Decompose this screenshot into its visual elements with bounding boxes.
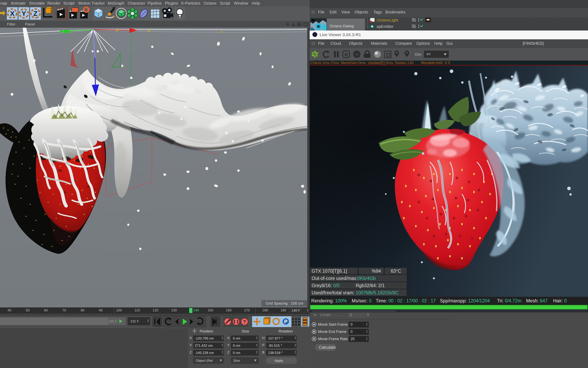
svg-text:130: 130 [171,308,177,312]
svg-text:M: M [406,52,408,54]
svg-text:Movie Frame Rate: Movie Frame Rate [318,337,348,341]
svg-text:Z: Z [190,350,192,354]
svg-text:100: 100 [116,308,122,312]
svg-text:60: 60 [44,308,48,312]
svg-text:Y: Y [190,343,192,347]
svg-text:Spp/maxspp: 1204/1204: Spp/maxspp: 1204/1204 [440,298,490,304]
svg-text:Movie End Frame: Movie End Frame [318,330,347,334]
svg-text:Used/free/total vram: 1007Mb/5: Used/free/total vram: 1007Mb/5.182Gb/8C [312,290,398,295]
svg-text:Size: Size [242,329,249,333]
svg-text:Y: Y [22,10,26,17]
svg-text:90: 90 [99,308,103,312]
svg-text:110: 110 [134,308,140,312]
svg-text:170: 170 [244,308,250,312]
svg-text:140 F: 140 F [292,309,300,313]
svg-text:R: R [344,52,348,57]
svg-text:Mesh: 647: Mesh: 647 [526,298,547,304]
svg-text:Time: 00 : 02 : 17/00 : 02 : 1: Time: 00 : 02 : 17/00 : 02 : 17 [376,298,436,304]
svg-text:Ms/sec: 0: Ms/sec: 0 [352,298,371,304]
svg-text:120: 120 [153,308,158,312]
svg-text:271.422 cm: 271.422 cm [195,344,213,348]
svg-text:190: 190 [281,308,286,312]
svg-text:157.977 °: 157.977 ° [268,337,283,340]
svg-text:50: 50 [26,308,30,312]
svg-text:G: G [396,52,398,54]
svg-text:P: P [262,343,264,347]
svg-text:138.518 °: 138.518 ° [268,351,283,355]
svg-text:131 F: 131 F [130,319,139,323]
svg-text:Position: Position [200,329,213,333]
svg-text:Rotation: Rotation [279,329,293,333]
svg-text:0 cm: 0 cm [233,337,240,340]
svg-text:X: X [227,336,229,340]
svg-text:PT: PT [427,53,431,56]
svg-text:Movie Start Frame: Movie Start Frame [318,322,348,326]
svg-text:Hair: 0: Hair: 0 [553,298,567,304]
svg-text:150: 150 [208,308,213,312]
svg-text:Out-of-core used/max:0Kb/4Gb: Out-of-core used/max:0Kb/4Gb [312,276,376,281]
svg-text:180: 180 [262,308,268,312]
svg-text:131 F: 131 F [109,320,117,323]
svg-text:70: 70 [62,308,66,312]
svg-text:Chn:: Chn: [415,53,422,56]
svg-text:Z: Z [227,350,229,354]
svg-text:B: B [262,350,264,354]
svg-text:H: H [262,336,264,340]
svg-text:80: 80 [81,308,85,312]
svg-text:Tri: 0/4.72m: Tri: 0/4.72m [497,298,521,304]
svg-text:Z: Z [34,10,38,17]
svg-text:-81.515 °: -81.515 ° [268,344,282,348]
svg-text:?: ? [243,319,246,324]
svg-text:Octane Dialog: Octane Dialog [330,24,354,28]
svg-text:-145.228 cm: -145.228 cm [195,351,214,355]
svg-text:63°C: 63°C [391,268,401,274]
svg-text:Apply: Apply [275,359,283,363]
svg-text:%94: %94 [372,268,381,274]
svg-text:0 cm: 0 cm [233,351,240,355]
svg-text:40: 40 [8,308,11,312]
svg-text:160: 160 [226,308,231,312]
svg-text:GTX 1070[T][6.1]: GTX 1070[T][6.1] [312,268,347,274]
svg-text:X: X [190,336,192,340]
svg-text:0: 0 [351,330,352,334]
svg-text:-120.705 cm: -120.705 cm [195,337,214,340]
svg-text:xpEmitter: xpEmitter [377,24,394,29]
svg-text:Object (Rel: Object (Rel [196,359,213,363]
svg-text:Rendering: 100%: Rendering: 100% [311,298,347,304]
svg-text:Size: Size [233,359,240,363]
svg-text:Calculate: Calculate [319,345,335,350]
svg-text:OctaneLight: OctaneLight [377,18,398,22]
svg-text:25: 25 [351,337,354,341]
svg-text:140: 140 [193,308,199,312]
svg-text:0: 0 [350,313,352,317]
svg-text:Y: Y [227,343,229,347]
svg-text:P: P [284,319,287,324]
svg-text:X: X [10,10,15,17]
svg-text:0 cm: 0 cm [233,344,240,348]
svg-text:0: 0 [351,322,352,326]
